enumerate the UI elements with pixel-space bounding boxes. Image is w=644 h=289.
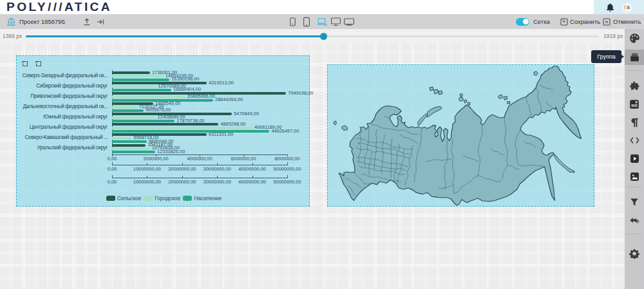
svg-text:SVG: SVG <box>631 104 638 107</box>
